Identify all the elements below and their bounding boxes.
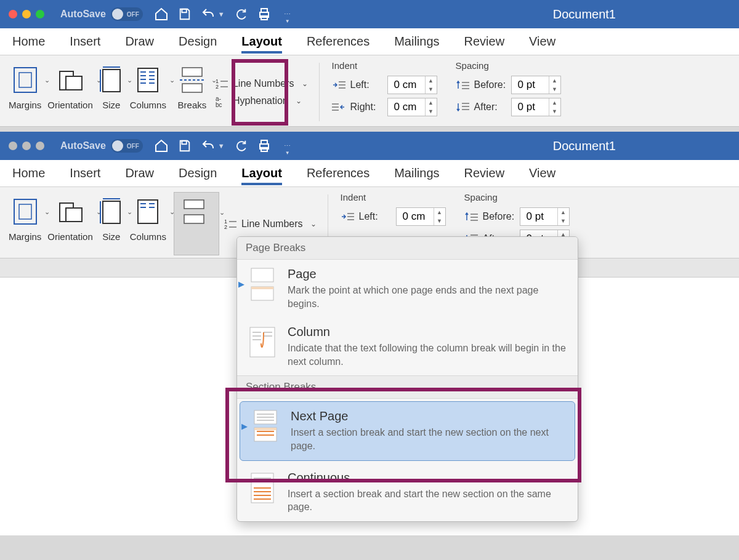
indent-right-input[interactable]: 0 cm▲▼ [387,98,437,116]
autosave-switch[interactable]: OFF [111,7,143,21]
spin-up-icon[interactable]: ▲ [558,208,569,217]
columns-button[interactable]: ⌄ Columns [127,192,169,255]
spin-down-icon[interactable]: ▼ [558,217,569,225]
redo-icon[interactable] [233,7,248,22]
minimize-window-button[interactable] [22,10,31,18]
item-title: Column [288,325,569,339]
tab-design[interactable]: Design [179,161,217,185]
column-break-item[interactable]: Column Indicate that the text following … [237,318,578,375]
svg-rect-22 [182,84,202,92]
undo-icon[interactable] [201,138,216,153]
tab-layout[interactable]: Layout [241,30,282,54]
spin-up-icon[interactable]: ▲ [426,98,437,107]
indent-heading: Indent [332,60,437,71]
hyphenation-button[interactable]: a-bc Hyphenation⌄ [216,95,308,107]
document-title: Document1 [553,7,616,22]
tab-review[interactable]: Review [464,30,505,54]
tab-mailings[interactable]: Mailings [394,30,439,54]
item-desc: Insert a section break and start the new… [291,426,566,452]
orientation-button[interactable]: ⌄ Orientation [45,192,95,255]
indent-left-input[interactable]: 0 cm▲▼ [387,76,437,94]
next-page-section-break-item[interactable]: ▶ Next Page Insert a section break and s… [240,401,575,460]
spacing-after-input[interactable]: 0 pt▲▼ [511,98,561,116]
tab-draw[interactable]: Draw [125,161,154,185]
minimize-window-button[interactable] [22,142,31,150]
autosave-toggle[interactable]: AutoSave OFF [60,7,143,21]
svg-rect-4 [14,68,36,92]
chevron-down-icon: ⌄ [310,220,317,228]
line-numbers-button[interactable]: 12 Line Numbers⌄ [216,78,308,90]
home-icon[interactable] [154,7,169,22]
spacing-before-icon [464,212,478,222]
tab-view[interactable]: View [529,30,555,54]
undo-dropdown-icon[interactable]: ▼ [218,142,225,150]
traffic-lights [9,10,44,18]
size-icon [99,65,124,95]
hyphenation-label: Hyphenation [233,95,288,106]
close-window-button[interactable] [9,10,17,18]
home-icon[interactable] [154,138,169,153]
spacing-before-input[interactable]: 0 pt▲▼ [520,207,570,226]
redo-icon[interactable] [233,138,248,153]
margins-button[interactable]: ⌄ Margins [6,60,44,124]
spin-up-icon[interactable]: ▲ [549,76,560,85]
print-icon[interactable] [257,138,272,153]
tab-draw[interactable]: Draw [125,30,154,54]
svg-rect-2 [261,9,267,12]
chevron-down-icon: ⌄ [219,209,225,217]
indent-right-label: Right: [350,102,382,113]
spin-up-icon[interactable]: ▲ [434,208,445,217]
spin-down-icon[interactable]: ▼ [549,107,560,116]
quick-access-more-icon[interactable]: ⋯▼ [284,142,291,150]
continuous-section-break-item[interactable]: Continuous Insert a section break and st… [237,463,578,521]
indent-left-input[interactable]: 0 cm▲▼ [396,207,446,226]
columns-button[interactable]: ⌄ Columns [127,60,169,124]
tab-home[interactable]: Home [12,161,45,185]
size-button[interactable]: ⌄ Size [97,60,126,124]
size-label: Size [102,100,120,110]
undo-dropdown-icon[interactable]: ▼ [218,10,225,18]
quick-access-more-icon[interactable]: ⋯▼ [284,10,291,18]
spin-up-icon[interactable]: ▲ [549,98,560,107]
tab-layout[interactable]: Layout [241,161,282,185]
tab-insert[interactable]: Insert [70,161,100,185]
tab-review[interactable]: Review [464,161,505,185]
ribbon-tabs: Home Insert Draw Design Layout Reference… [0,28,739,55]
page-break-item[interactable]: ▶ Page Mark the point at which one page … [237,260,578,318]
breaks-button[interactable]: ⌄ Breaks [174,60,211,124]
svg-rect-72 [251,268,273,282]
undo-icon[interactable] [201,7,216,22]
print-icon[interactable] [257,7,272,22]
tab-design[interactable]: Design [179,30,217,54]
item-title: Next Page [291,409,566,423]
spin-up-icon[interactable]: ▲ [426,76,437,85]
autosave-toggle[interactable]: AutoSave OFF [60,139,143,153]
selection-marker-icon: ▶ [238,279,244,289]
tab-references[interactable]: References [307,30,370,54]
tab-view[interactable]: View [529,161,555,185]
fullscreen-window-button[interactable] [36,10,44,18]
close-window-button[interactable] [9,142,17,150]
spin-down-icon[interactable]: ▼ [549,85,560,94]
orientation-button[interactable]: ⌄ Orientation [45,60,95,124]
spin-down-icon[interactable]: ▼ [426,85,437,94]
line-numbers-button[interactable]: 12 Line Numbers⌄ [224,218,317,230]
size-button[interactable]: ⌄ Size [97,192,126,255]
spacing-before-input[interactable]: 0 pt▲▼ [511,76,561,94]
save-icon[interactable] [177,7,192,22]
spin-down-icon[interactable]: ▼ [426,107,437,116]
tab-references[interactable]: References [307,161,370,185]
save-icon[interactable] [177,138,192,153]
spin-down-icon[interactable]: ▼ [434,217,445,225]
breaks-button[interactable]: ⌄ [174,192,219,255]
margins-button[interactable]: ⌄ Margins [6,192,44,255]
fullscreen-window-button[interactable] [36,142,44,150]
spacing-after-icon [456,102,469,112]
tab-insert[interactable]: Insert [70,30,100,54]
tab-home[interactable]: Home [12,30,45,54]
line-numbers-label: Line Numbers [233,78,294,89]
autosave-switch[interactable]: OFF [111,139,143,153]
tab-mailings[interactable]: Mailings [394,161,439,185]
autosave-label: AutoSave [60,9,106,20]
svg-rect-8 [103,70,120,92]
